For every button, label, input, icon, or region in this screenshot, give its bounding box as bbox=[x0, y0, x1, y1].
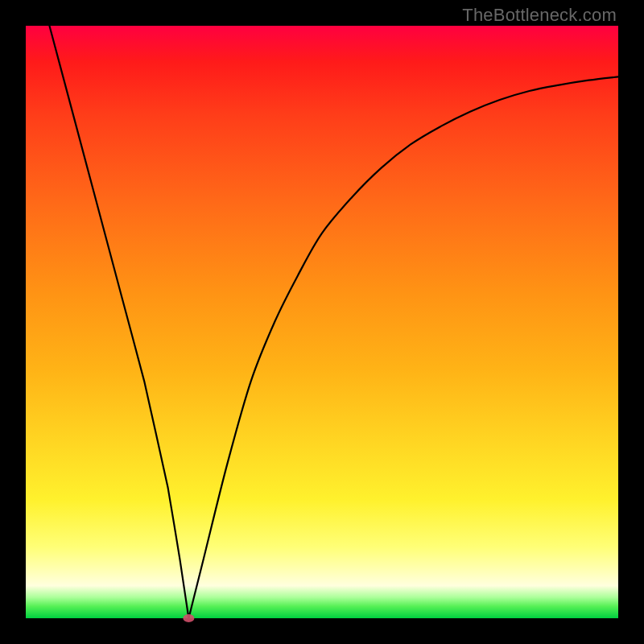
watermark-text: TheBottleneck.com bbox=[462, 5, 617, 26]
curve-min-marker bbox=[183, 614, 194, 622]
chart-container: TheBottleneck.com bbox=[0, 0, 644, 644]
plot-area bbox=[26, 26, 618, 618]
bottleneck-curve bbox=[49, 26, 618, 618]
curve-svg bbox=[26, 26, 618, 618]
